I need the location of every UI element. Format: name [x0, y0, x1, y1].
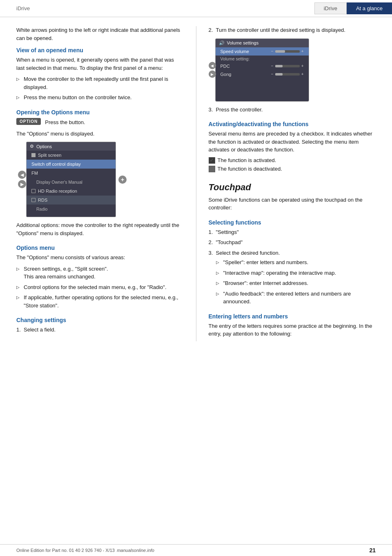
sub-bullet-browser: "Browser": enter Internet addresses.: [216, 279, 376, 287]
vol-right-btn: ▶: [209, 71, 216, 78]
options-radio: Radio: [27, 205, 116, 214]
step-touchpad: 2. "Touchpad": [209, 238, 376, 247]
step-select-field: 1. Select a field.: [16, 326, 184, 334]
volume-title-bar: 🔊 Volume settings: [216, 39, 309, 47]
options-title-bar: ⚙ Options: [27, 142, 116, 151]
deactivated-text: The function is deactivated.: [218, 166, 282, 172]
speed-vol-fill: [275, 50, 285, 53]
sub-bullet-imap: "Interactive map": operating the interac…: [216, 269, 376, 277]
section-changing-settings-title: Changing settings: [16, 317, 184, 323]
rds-checkbox: [31, 198, 36, 202]
tab-at-a-glance[interactable]: At a glance: [347, 2, 392, 14]
option-button-graphic: OPTION: [16, 118, 41, 125]
bullet-item: Press the menu button on the controller …: [16, 93, 184, 102]
section-opening-options-title: Opening the Options menu: [16, 109, 184, 116]
split-screen-checkbox: [31, 153, 36, 157]
pdc-fill: [275, 65, 283, 67]
vol-left-btn: ◀: [209, 62, 216, 69]
view-opened-menu-bullets: Move the controller to the left repeated…: [16, 75, 184, 102]
step2-list: 2. Turn the controller until the desired…: [209, 26, 376, 34]
options-fm: FM: [27, 169, 116, 178]
section-view-opened-menu-body: When a menu is opened, it generally open…: [16, 56, 184, 72]
right-column: 2. Turn the controller until the desired…: [209, 26, 376, 341]
options-screenshot-wrapper: ◀ ▶ ⚙ Options Split screen Switch off co…: [16, 142, 127, 217]
bullet-control-options: Control options for the selected main me…: [16, 283, 184, 291]
section-entering-letters-title: Entering letters and numbers: [209, 313, 376, 320]
options-screenshot: ⚙ Options Split screen Switch off contro…: [26, 142, 116, 217]
intro-paragraph: White arrows pointing to the left or rig…: [16, 26, 184, 42]
step3-list: 3. Press the controller.: [209, 106, 376, 114]
speed-vol-track: [275, 50, 300, 53]
options-hd-radio: HD Radio reception: [27, 187, 116, 196]
page-footer: Online Edition for Part no. 01 40 2 926 …: [0, 544, 392, 556]
deactivated-checkbox-icon: [209, 166, 215, 172]
section-options-menu-title: Options menu: [16, 245, 184, 251]
sub-bullet-audio: "Audio feedback": the entered letters an…: [216, 290, 376, 306]
section-activate-title: Activating/deactivating the functions: [209, 121, 376, 127]
volume-pdc-item: PDC − +: [216, 62, 309, 70]
activated-checkbox-icon: ✓: [209, 157, 215, 164]
left-column: White arrows pointing to the left or rig…: [16, 26, 184, 341]
controller-left-btn: ◀: [18, 171, 26, 179]
footer-copyright: Online Edition for Part no. 01 40 2 926 …: [16, 548, 154, 553]
hd-radio-checkbox: [31, 189, 36, 193]
volume-speed-item: Speed volume − +: [216, 47, 309, 56]
volume-controller-btns: ◀ ▶: [209, 62, 216, 78]
footer-page-number: 21: [369, 547, 376, 554]
options-menu-bullets: Screen settings, e.g., "Split screen".Th…: [16, 265, 184, 310]
bullet-screen-settings: Screen settings, e.g., "Split screen".Th…: [16, 265, 184, 281]
bullet-item: Move the controller to the left repeated…: [16, 75, 184, 91]
options-gear-icon: ⚙: [30, 144, 34, 149]
controller-right-btn: ▶: [18, 180, 26, 188]
controller-plus-btn: +: [118, 176, 127, 184]
step-settings: 1. "Settings": [209, 228, 376, 236]
volume-screen-inner: 🔊 Volume settings Speed volume − +: [216, 39, 309, 101]
activated-text: The function is activated.: [218, 157, 276, 163]
deactivated-row: The function is deactivated.: [209, 166, 376, 172]
volume-gong-item: Gong − +: [216, 70, 309, 78]
selecting-functions-steps: 1. "Settings" 2. "Touchpad" 3. Select th…: [209, 228, 376, 306]
sub-bullet-speller: "Speller": enter letters and numbers.: [216, 258, 376, 267]
volume-screenshot: 🔊 Volume settings Speed volume − +: [215, 38, 309, 102]
header-left-label: iDrive: [0, 5, 314, 11]
pdc-track: [275, 65, 300, 67]
page-header: iDrive iDrive At a glance: [0, 0, 392, 17]
press-button-text: Press the button.: [45, 118, 85, 127]
tab-idrive[interactable]: iDrive: [314, 2, 347, 14]
gong-bar: − +: [271, 72, 304, 76]
section-selecting-functions-title: Selecting functions: [209, 219, 376, 226]
pdc-bar: − +: [271, 64, 304, 68]
select-function-sub-bullets: "Speller": enter letters and numbers. "I…: [216, 258, 376, 306]
section-view-opened-menu-title: View of an opened menu: [16, 47, 184, 53]
options-rds: RDS: [27, 196, 116, 205]
entering-letters-body: The entry of the letters requires some p…: [209, 322, 376, 338]
header-tabs: iDrive At a glance: [314, 2, 392, 14]
gong-fill: [275, 73, 283, 76]
activate-body: Several menu items are preceded by a che…: [209, 130, 376, 154]
volume-screenshot-wrapper: 🔊 Volume settings Speed volume − +: [209, 38, 315, 102]
column-divider: [196, 26, 196, 341]
main-content: White arrows pointing to the left or rig…: [0, 17, 392, 358]
options-owners-manual: Display Owner's Manual: [27, 178, 116, 187]
options-menu-displayed-text: The "Options" menu is displayed.: [16, 130, 184, 138]
options-split-screen: Split screen: [27, 151, 116, 160]
bullet-further-options: If applicable, further operating options…: [16, 294, 184, 309]
speed-volume-bar: − +: [271, 49, 304, 53]
options-screen-inner: ⚙ Options Split screen Switch off contro…: [27, 142, 116, 217]
touchpad-intro: Some iDrive functions can be operated us…: [209, 196, 376, 212]
options-title-text: Options: [36, 144, 52, 149]
volume-title-text: Volume settings: [227, 40, 259, 45]
activated-row: ✓ The function is activated.: [209, 157, 376, 164]
idrive-label: iDrive: [16, 5, 30, 11]
step2-item: 2. Turn the controller until the desired…: [209, 26, 376, 34]
step-select-function: 3. Select the desired function. "Speller…: [209, 249, 376, 306]
volume-setting-label: Volume setting:: [216, 56, 309, 62]
volume-icon: 🔊: [219, 40, 225, 46]
step3-item: 3. Press the controller.: [209, 106, 376, 114]
touchpad-title: Touchpad: [209, 182, 376, 193]
additional-options-text: Additional options: move the controller …: [16, 221, 184, 237]
options-switch-off: Switch off control display: [27, 160, 116, 169]
changing-settings-steps: 1. Select a field.: [16, 326, 184, 334]
gong-track: [275, 73, 300, 76]
options-menu-body: The "Options" menu consists of various a…: [16, 254, 184, 262]
